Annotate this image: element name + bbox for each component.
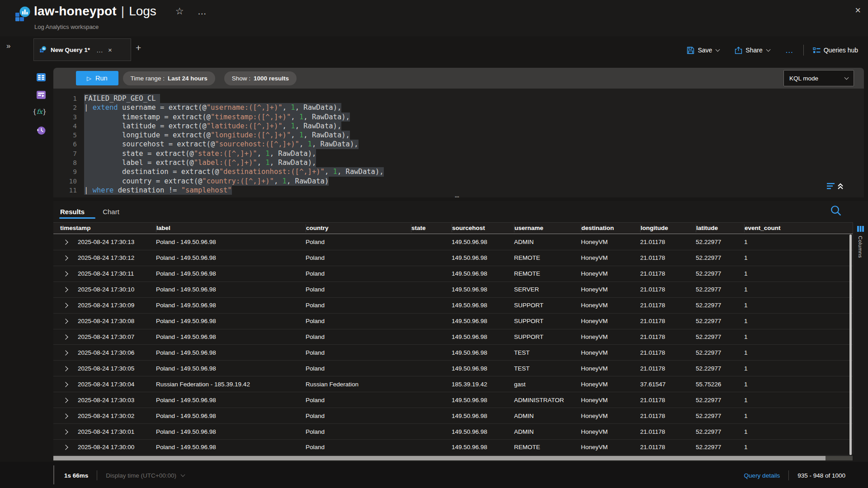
results-table-body: 2025-08-24 17:30:13Poland - 149.50.96.98… xyxy=(53,235,853,455)
save-button[interactable]: Save xyxy=(687,47,719,54)
collapse-editor-icon[interactable] xyxy=(827,182,845,190)
row-expand-chevron-icon[interactable] xyxy=(53,397,78,404)
kql-editor[interactable]: 1FAILED_RDP_GEO_CL 2| extend username = … xyxy=(53,89,864,197)
row-expand-chevron-icon[interactable] xyxy=(53,413,78,419)
row-expand-chevron-icon[interactable] xyxy=(53,428,78,435)
cell-longitude: 21.01178 xyxy=(640,286,696,293)
tab-more-icon[interactable]: … xyxy=(96,46,104,54)
column-header-longitude[interactable]: longitude xyxy=(640,224,696,232)
column-header-event_count[interactable]: event_count xyxy=(744,224,853,232)
code-line[interactable]: 10 country = extract(@"country:([^,]+)",… xyxy=(53,177,864,186)
code-line[interactable]: 5 longitude = extract(@"longitude:([^,]+… xyxy=(53,131,864,140)
cell-latitude: 52.22977 xyxy=(696,349,744,356)
column-header-username[interactable]: username xyxy=(514,224,581,232)
table-row[interactable]: 2025-08-24 17:30:05Poland - 149.50.96.98… xyxy=(53,361,853,376)
table-row[interactable]: 2025-08-24 17:30:10Poland - 149.50.96.98… xyxy=(53,282,853,298)
kql-mode-dropdown[interactable]: KQL mode xyxy=(783,70,854,86)
cell-username: SUPPORT xyxy=(514,333,581,340)
table-row[interactable]: 2025-08-24 17:30:09Poland - 149.50.96.98… xyxy=(53,298,853,314)
vertical-scrollbar[interactable] xyxy=(849,235,852,455)
toolbar-divider xyxy=(803,45,804,56)
functions-icon[interactable]: {fx} xyxy=(33,108,49,118)
column-header-state[interactable]: state xyxy=(411,224,452,232)
cell-label: Poland - 149.50.96.98 xyxy=(156,349,306,356)
columns-side-panel[interactable]: Columns xyxy=(853,222,868,454)
close-icon[interactable]: × xyxy=(855,5,861,16)
cell-destination: HoneyVM xyxy=(581,397,640,404)
table-row[interactable]: 2025-08-24 17:30:08Poland - 149.50.96.98… xyxy=(53,314,853,329)
tables-icon[interactable] xyxy=(36,72,46,82)
tab-results[interactable]: Results xyxy=(60,208,85,216)
column-header-timestamp[interactable]: timestamp xyxy=(53,224,156,232)
table-row[interactable]: 2025-08-24 17:30:04Russian Federation - … xyxy=(53,376,853,392)
share-chevron-down-icon[interactable] xyxy=(766,47,770,52)
horizontal-scrollbar-thumb[interactable] xyxy=(53,456,826,460)
cell-country: Poland xyxy=(306,444,411,450)
show-results-picker[interactable]: Show : 1000 results xyxy=(224,71,297,85)
status-bar: 1s 66ms Display time (UTC+00:00) Query d… xyxy=(0,462,868,488)
cell-latitude: 52.22977 xyxy=(696,397,744,404)
queries-hub-button[interactable]: Queries hub xyxy=(813,47,858,54)
time-range-picker[interactable]: Time range : Last 24 hours xyxy=(123,71,215,85)
query-details-link[interactable]: Query details xyxy=(744,472,780,479)
run-button[interactable]: ▷ Run xyxy=(76,71,118,85)
code-line[interactable]: 3 timestamp = extract(@"timestamp:([^,]+… xyxy=(53,113,864,122)
new-tab-button[interactable]: + xyxy=(136,42,141,53)
columns-icon[interactable] xyxy=(857,225,864,232)
code-line[interactable]: 8 label = extract(@"label:([^,]+)", 1, R… xyxy=(53,158,864,167)
row-expand-chevron-icon[interactable] xyxy=(53,302,78,309)
cell-longitude: 21.01178 xyxy=(640,254,696,261)
code-line[interactable]: 4 latitude = extract(@"latitude:([^,]+)"… xyxy=(53,122,864,131)
row-expand-chevron-icon[interactable] xyxy=(53,333,78,340)
code-line[interactable]: 6 sourcehost = extract(@"sourcehost:([^,… xyxy=(53,140,864,149)
row-expand-chevron-icon[interactable] xyxy=(53,444,78,450)
row-expand-chevron-icon[interactable] xyxy=(53,254,78,261)
row-expand-chevron-icon[interactable] xyxy=(53,286,78,293)
cell-destination: HoneyVM xyxy=(581,239,640,245)
row-expand-chevron-icon[interactable] xyxy=(53,270,78,277)
queries-icon[interactable] xyxy=(36,90,46,100)
tab-bar: » New Query 1* … × + Save xyxy=(0,36,868,61)
line-number: 6 xyxy=(53,140,77,149)
table-row[interactable]: 2025-08-24 17:30:00Poland - 149.50.96.98… xyxy=(53,440,853,455)
table-row[interactable]: 2025-08-24 17:30:06Poland - 149.50.96.98… xyxy=(53,345,853,361)
splitter-handle[interactable]: … xyxy=(455,191,460,199)
save-chevron-down-icon[interactable] xyxy=(716,47,720,52)
favorite-star-icon[interactable]: ☆ xyxy=(175,6,184,17)
row-expand-chevron-icon[interactable] xyxy=(53,349,78,356)
table-row[interactable]: 2025-08-24 17:30:12Poland - 149.50.96.98… xyxy=(53,250,853,266)
share-button[interactable]: Share xyxy=(735,47,769,54)
row-expand-chevron-icon[interactable] xyxy=(53,318,78,324)
table-row[interactable]: 2025-08-24 17:30:11Poland - 149.50.96.98… xyxy=(53,266,853,282)
horizontal-scrollbar[interactable] xyxy=(53,456,853,460)
column-header-sourcehost[interactable]: sourcehost xyxy=(452,224,514,232)
query-history-icon[interactable] xyxy=(36,126,46,136)
table-row[interactable]: 2025-08-24 17:30:03Poland - 149.50.96.98… xyxy=(53,392,853,408)
table-row[interactable]: 2025-08-24 17:30:07Poland - 149.50.96.98… xyxy=(53,329,853,345)
row-expand-chevron-icon[interactable] xyxy=(53,239,78,245)
column-header-label[interactable]: label xyxy=(156,224,306,232)
table-row[interactable]: 2025-08-24 17:30:13Poland - 149.50.96.98… xyxy=(53,235,853,250)
row-expand-chevron-icon[interactable] xyxy=(53,365,78,372)
cell-latitude: 52.22977 xyxy=(696,254,744,261)
table-row[interactable]: 2025-08-24 17:30:02Poland - 149.50.96.98… xyxy=(53,408,853,424)
toolbar-more-icon[interactable]: … xyxy=(785,46,794,55)
code-line[interactable]: 1FAILED_RDP_GEO_CL xyxy=(53,94,864,103)
tab-new-query-1[interactable]: New Query 1* … × xyxy=(33,38,131,61)
header-more-icon[interactable]: … xyxy=(198,6,208,17)
code-text: latitude = extract(@"latitude:([^,]+)", … xyxy=(84,122,341,131)
tab-close-icon[interactable]: × xyxy=(108,46,112,54)
active-tab-underline xyxy=(59,217,95,219)
row-expand-chevron-icon[interactable] xyxy=(53,381,78,388)
table-row[interactable]: 2025-08-24 17:30:01Poland - 149.50.96.98… xyxy=(53,424,853,440)
rail-collapse-icon[interactable]: » xyxy=(6,42,10,51)
search-icon[interactable] xyxy=(830,205,842,216)
column-header-destination[interactable]: destination xyxy=(581,224,640,232)
code-line[interactable]: 9 destination = extract(@"destinationhos… xyxy=(53,167,864,176)
display-time-dropdown[interactable]: Display time (UTC+00:00) xyxy=(106,472,184,479)
column-header-latitude[interactable]: latitude xyxy=(696,224,744,232)
code-line[interactable]: 7 state = extract(@"state:([^,]+)", 1, R… xyxy=(53,149,864,158)
column-header-country[interactable]: country xyxy=(306,224,411,232)
code-line[interactable]: 2| extend username = extract(@"username:… xyxy=(53,103,864,112)
tab-chart[interactable]: Chart xyxy=(103,208,119,216)
